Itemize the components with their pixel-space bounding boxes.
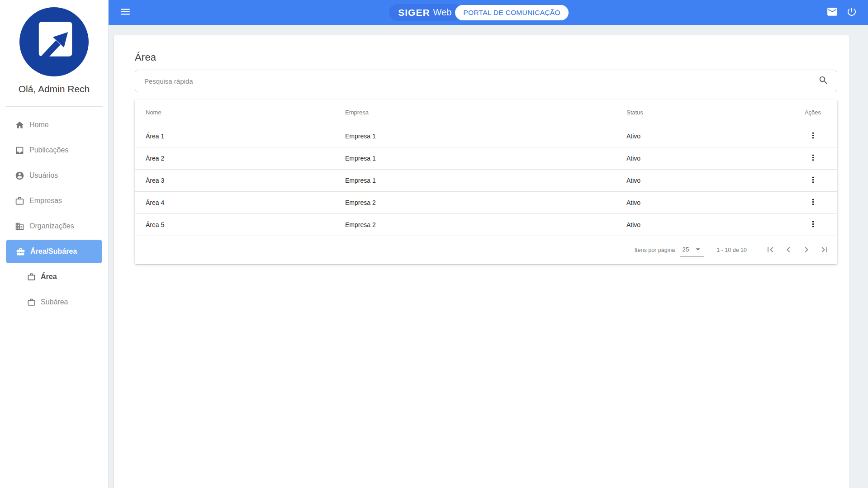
- sidebar-item-label: Publicações: [29, 146, 68, 154]
- cell-status: Ativo: [626, 221, 799, 228]
- column-header-nome: Nome: [146, 109, 345, 116]
- paginator: Itens por página 25 1 - 10 de 10: [135, 236, 837, 264]
- row-actions-button[interactable]: [806, 173, 820, 188]
- page-size-select[interactable]: 25: [680, 243, 704, 257]
- cell-status: Ativo: [626, 199, 799, 206]
- inbox-icon: [15, 146, 24, 155]
- chevron-right-icon: [801, 244, 812, 256]
- first-page-button[interactable]: [761, 241, 779, 259]
- table-row: Área 4 Empresa 2 Ativo: [135, 191, 837, 213]
- sidebar-item-label: Área: [41, 273, 57, 281]
- mail-button[interactable]: [826, 6, 838, 19]
- home-icon: [15, 120, 24, 130]
- sidebar-item-area[interactable]: Área: [0, 264, 108, 289]
- cell-status: Ativo: [626, 133, 799, 140]
- sidebar-item-publicacoes[interactable]: Publicações: [0, 137, 108, 163]
- column-header-status: Status: [626, 109, 799, 116]
- logout-button[interactable]: [846, 6, 857, 19]
- hamburger-icon: [119, 6, 131, 19]
- cell-nome: Área 3: [146, 177, 345, 184]
- user-greeting: Olá, Admin Rech: [0, 84, 108, 95]
- sidebar-item-label: Organizações: [29, 222, 74, 230]
- first-page-icon: [765, 244, 776, 256]
- cell-nome: Área 2: [146, 155, 345, 162]
- row-actions-button[interactable]: [806, 218, 820, 232]
- menu-button[interactable]: [119, 6, 131, 19]
- cell-empresa: Empresa 1: [345, 177, 626, 184]
- cell-nome: Área 5: [146, 221, 345, 228]
- search-box: [135, 70, 837, 92]
- more-vert-icon: [808, 131, 818, 142]
- sidebar-item-label: Empresas: [29, 197, 62, 205]
- table-header-row: Nome Empresa Status Ações: [135, 99, 837, 125]
- items-per-page-label: Itens por página: [635, 247, 675, 253]
- search-button[interactable]: [818, 75, 829, 87]
- sidebar-item-empresas[interactable]: Empresas: [0, 188, 108, 213]
- briefcase-icon: [27, 273, 36, 281]
- briefcase-icon: [15, 196, 24, 206]
- sidebar-item-home[interactable]: Home: [0, 112, 108, 137]
- appbar-actions: [826, 6, 857, 19]
- main-panel: Área Nome Empresa Status Ações Área 1 Em…: [114, 35, 849, 488]
- sidebar-item-label: Home: [29, 121, 49, 129]
- brand-pill: SIGER Web: [389, 4, 463, 21]
- sidebar-item-label: Área/Subárea: [30, 247, 77, 256]
- sidebar-item-label: Subárea: [41, 298, 68, 306]
- previous-page-button[interactable]: [779, 241, 797, 259]
- cell-nome: Área 1: [146, 133, 345, 140]
- account-circle-icon: [15, 171, 24, 180]
- avatar: [0, 0, 108, 76]
- brand-name: SIGER: [398, 7, 430, 18]
- row-actions-button[interactable]: [806, 129, 820, 143]
- row-actions-button[interactable]: [806, 151, 820, 166]
- cell-status: Ativo: [626, 155, 799, 162]
- more-vert-icon: [808, 153, 818, 164]
- sidebar-item-label: Usuários: [29, 171, 58, 180]
- last-page-icon: [819, 244, 830, 256]
- building-icon: [15, 222, 24, 231]
- portal-badge: PORTAL DE COMUNICAÇÃO: [455, 5, 568, 20]
- mail-icon: [826, 6, 838, 19]
- sidebar-nav: Home Publicações Usuários Empresas Organ…: [0, 107, 108, 315]
- more-vert-icon: [808, 197, 818, 208]
- sidebar-item-area-subarea[interactable]: Área/Subárea: [6, 240, 102, 263]
- chevron-down-icon: [693, 244, 703, 254]
- page-title: Área: [135, 52, 837, 63]
- cell-empresa: Empresa 2: [345, 221, 626, 228]
- cell-empresa: Empresa 2: [345, 199, 626, 206]
- more-vert-icon: [808, 219, 818, 230]
- column-header-acoes: Ações: [799, 109, 826, 116]
- table-row: Área 5 Empresa 2 Ativo: [135, 213, 837, 236]
- table-body: Área 1 Empresa 1 Ativo Área 2 Empresa 1 …: [135, 125, 837, 236]
- sidebar: Olá, Admin Rech Home Publicações Usuário…: [0, 0, 109, 488]
- sidebar-item-subarea[interactable]: Subárea: [0, 289, 108, 315]
- more-vert-icon: [808, 175, 818, 186]
- cell-empresa: Empresa 1: [345, 133, 626, 140]
- search-icon: [818, 75, 829, 87]
- search-input[interactable]: [143, 77, 818, 85]
- page-size-value: 25: [682, 246, 689, 253]
- arrow-up-right-logo-icon: [19, 7, 89, 76]
- cell-nome: Área 4: [146, 199, 345, 206]
- table-card: Nome Empresa Status Ações Área 1 Empresa…: [135, 99, 837, 264]
- business-center-icon: [16, 247, 25, 256]
- paginator-range: 1 - 10 de 10: [716, 247, 747, 253]
- appbar: SIGER Web PORTAL DE COMUNICAÇÃO: [109, 0, 868, 25]
- briefcase-icon: [27, 298, 36, 307]
- brand-suffix: Web: [433, 7, 452, 18]
- power-icon: [846, 6, 857, 19]
- row-actions-button[interactable]: [806, 195, 820, 210]
- app-logo: SIGER Web PORTAL DE COMUNICAÇÃO: [389, 4, 569, 21]
- last-page-button[interactable]: [816, 241, 834, 259]
- sidebar-item-organizacoes[interactable]: Organizações: [0, 213, 108, 239]
- chevron-left-icon: [783, 244, 794, 256]
- table-row: Área 1 Empresa 1 Ativo: [135, 125, 837, 147]
- next-page-button[interactable]: [797, 241, 816, 259]
- column-header-empresa: Empresa: [345, 109, 626, 116]
- table-row: Área 3 Empresa 1 Ativo: [135, 169, 837, 191]
- cell-empresa: Empresa 1: [345, 155, 626, 162]
- cell-status: Ativo: [626, 177, 799, 184]
- sidebar-item-usuarios[interactable]: Usuários: [0, 163, 108, 188]
- table-row: Área 2 Empresa 1 Ativo: [135, 147, 837, 169]
